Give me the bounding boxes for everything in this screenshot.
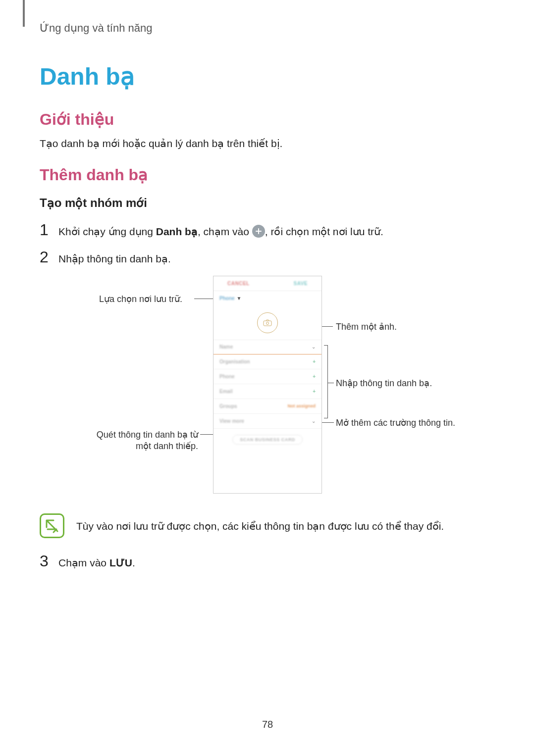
callout-scan: Quét thông tin danh bạ từ một danh thiếp…: [89, 429, 198, 453]
step1-post: , rồi chọn một nơi lưu trữ.: [265, 226, 383, 237]
phone-mockup: CANCEL SAVE Phone ▼ Name ⌄ Organisation …: [213, 276, 322, 494]
add-field-icon[interactable]: +: [313, 374, 316, 379]
mock-photo-row: [214, 306, 321, 340]
plus-icon: [252, 225, 265, 238]
step-number: 1: [40, 221, 53, 239]
mock-field-email[interactable]: Email +: [214, 384, 321, 399]
mock-storage-label: Phone: [219, 296, 235, 301]
breadcrumb: Ứng dụng và tính năng: [40, 22, 495, 35]
field-label: Groups: [219, 403, 237, 409]
bracket: [324, 345, 328, 418]
camera-icon: [263, 319, 272, 326]
mock-field-name[interactable]: Name ⌄: [214, 340, 321, 354]
caret-down-icon: ▼: [237, 296, 242, 301]
header-tick: [23, 0, 25, 27]
mock-field-organisation[interactable]: Organisation +: [214, 354, 321, 369]
step-number: 3: [40, 552, 53, 570]
step3-pre: Chạm vào: [58, 557, 109, 568]
section-heading-intro: Giới thiệu: [40, 110, 495, 129]
diagram-add-contact: Lựa chọn nơi lưu trữ. Quét thông tin dan…: [40, 276, 495, 504]
step3-button-name: LƯU: [109, 557, 132, 568]
mock-field-phone[interactable]: Phone +: [214, 369, 321, 384]
mock-titlebar: CANCEL SAVE: [214, 276, 321, 291]
page-number: 78: [0, 719, 535, 730]
field-label: Organisation: [219, 359, 250, 364]
step-text: Khởi chạy ứng dụng Danh bạ, chạm vào , r…: [58, 224, 383, 240]
step-2: 2 Nhập thông tin danh bạ.: [40, 248, 495, 267]
chevron-down-icon[interactable]: ⌄: [312, 418, 316, 424]
mock-add-photo-button[interactable]: [257, 312, 278, 333]
step-number: 2: [40, 248, 53, 266]
section-heading-add: Thêm danh bạ: [40, 165, 495, 184]
mock-storage-selector[interactable]: Phone ▼: [214, 291, 321, 306]
intro-body: Tạo danh bạ mới hoặc quản lý danh bạ trê…: [40, 136, 495, 151]
field-label: View more: [219, 418, 244, 424]
mock-field-viewmore[interactable]: View more ⌄: [214, 414, 321, 429]
field-label: Name: [219, 344, 233, 350]
step1-pre: Khởi chạy ứng dụng: [58, 226, 156, 237]
chevron-down-icon[interactable]: ⌄: [312, 344, 316, 350]
add-field-icon[interactable]: +: [313, 389, 316, 394]
leader-line: [328, 383, 334, 383]
step-text: Chạm vào LƯU.: [58, 555, 135, 571]
subsection-heading: Tạo một nhóm mới: [40, 196, 495, 210]
mock-field-groups[interactable]: Groups Not assigned: [214, 399, 321, 414]
field-label: Email: [219, 389, 233, 394]
mock-scan-row: SCAN BUSINESS CARD: [214, 429, 321, 451]
page-title: Danh bạ: [40, 62, 495, 90]
callout-photo: Thêm một ảnh.: [336, 321, 397, 333]
mock-cancel-button[interactable]: CANCEL: [227, 281, 250, 286]
step1-mid: , chạm vào: [198, 226, 252, 237]
note-icon: [40, 513, 64, 538]
field-value: Not assigned: [287, 403, 316, 408]
note-block: Tùy vào nơi lưu trữ được chọn, các kiểu …: [40, 513, 495, 538]
mock-save-button[interactable]: SAVE: [294, 281, 308, 286]
callout-input: Nhập thông tin danh bạ.: [336, 378, 432, 389]
step-1: 1 Khởi chạy ứng dụng Danh bạ, chạm vào ,…: [40, 221, 495, 240]
step3-post: .: [132, 557, 135, 568]
svg-point-1: [267, 322, 269, 324]
field-label: Phone: [219, 374, 235, 379]
step-3: 3 Chạm vào LƯU.: [40, 552, 495, 571]
svg-rect-0: [264, 321, 271, 326]
note-text: Tùy vào nơi lưu trữ được chọn, các kiểu …: [76, 513, 444, 534]
callout-more: Mở thêm các trường thông tin.: [336, 417, 455, 429]
step-text: Nhập thông tin danh bạ.: [58, 251, 171, 267]
callout-storage: Lựa chọn nơi lưu trữ.: [99, 294, 182, 305]
mock-scan-button[interactable]: SCAN BUSINESS CARD: [232, 435, 303, 445]
add-field-icon[interactable]: +: [313, 359, 316, 364]
step1-app-name: Danh bạ: [156, 226, 198, 237]
